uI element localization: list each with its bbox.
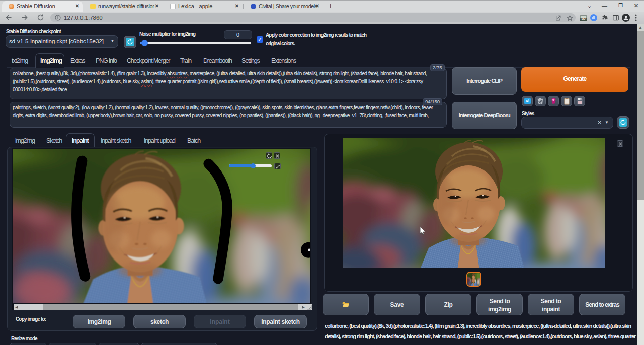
svg-text:MV: MV bbox=[582, 18, 586, 21]
